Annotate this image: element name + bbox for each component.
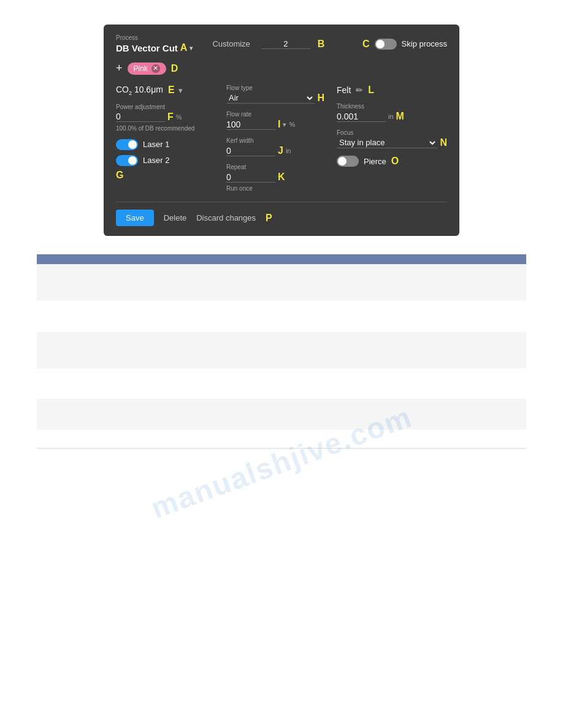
letter-h: H bbox=[317, 93, 324, 104]
kerf-width-row: J in bbox=[226, 145, 324, 156]
laser1-label: Laser 1 bbox=[143, 140, 169, 149]
process-panel: Process DB Vector Cut A ▾ Customize B C … bbox=[104, 25, 459, 236]
repeat-label: Repeat bbox=[226, 164, 324, 170]
flow-rate-unit: % bbox=[289, 121, 295, 128]
thickness-input[interactable] bbox=[337, 112, 386, 122]
skip-process-toggle[interactable] bbox=[375, 39, 397, 50]
letter-e: E bbox=[168, 85, 175, 96]
col-header-1 bbox=[37, 254, 74, 264]
process-label: Process bbox=[116, 34, 193, 41]
table-row bbox=[37, 264, 526, 301]
material-name: Felt bbox=[337, 85, 351, 95]
color-tag-pink: Pink ✕ bbox=[128, 63, 166, 75]
delete-button[interactable]: Delete bbox=[164, 213, 187, 222]
table-cell bbox=[172, 399, 526, 430]
letter-c: C bbox=[362, 39, 370, 50]
power-adjustment-row: F % bbox=[116, 112, 214, 123]
flow-type-select[interactable]: Air bbox=[226, 93, 315, 104]
flow-type-label: Flow type bbox=[226, 85, 324, 91]
table-row bbox=[37, 301, 526, 332]
letter-f: F bbox=[167, 112, 174, 123]
thickness-row: in M bbox=[337, 111, 447, 122]
laser2-toggle[interactable] bbox=[116, 155, 138, 166]
co2-label: CO2 10.6μm bbox=[116, 85, 163, 96]
customize-label: Customize bbox=[212, 39, 250, 48]
save-button[interactable]: Save bbox=[116, 210, 154, 226]
power-adjustment-input[interactable] bbox=[116, 112, 165, 122]
tag-label: Pink bbox=[134, 64, 148, 73]
run-once-label: Run once bbox=[226, 185, 324, 192]
laser1-row: Laser 1 bbox=[116, 139, 214, 150]
panel-header: Process DB Vector Cut A ▾ Customize B C … bbox=[116, 34, 447, 53]
kerf-width-input[interactable] bbox=[226, 146, 275, 156]
table-cell bbox=[74, 368, 172, 399]
power-unit: % bbox=[176, 113, 182, 121]
letter-k: K bbox=[278, 172, 285, 183]
letter-p: P bbox=[266, 213, 272, 224]
add-tag-button[interactable]: + bbox=[116, 62, 123, 75]
laser2-label: Laser 2 bbox=[143, 156, 169, 165]
material-field: Felt ✏ L bbox=[337, 85, 447, 96]
table-cell bbox=[74, 332, 172, 368]
thickness-unit: in bbox=[388, 113, 394, 120]
laser2-knob bbox=[128, 156, 137, 165]
letter-l: L bbox=[368, 85, 374, 96]
focus-row: Stay in place N bbox=[337, 137, 447, 148]
table-cell bbox=[37, 264, 74, 301]
table-cell bbox=[37, 368, 74, 399]
letter-g-area: G bbox=[116, 170, 214, 181]
thickness-field: Thickness in M bbox=[337, 103, 447, 122]
main-fields: CO2 10.6μm E ▾ Power adjustment F % 100.… bbox=[116, 85, 447, 192]
letter-m: M bbox=[396, 111, 404, 122]
table-cell bbox=[37, 301, 74, 332]
watermark-area: manualshjive.com bbox=[37, 467, 526, 516]
table-cell bbox=[172, 332, 526, 368]
tag-close-button[interactable]: ✕ bbox=[151, 64, 160, 73]
power-sub-label: 100.0% of DB recommended bbox=[116, 125, 214, 132]
table-cell bbox=[74, 399, 172, 430]
pierce-row: Pierce O bbox=[337, 156, 447, 167]
focus-label: Focus bbox=[337, 129, 447, 136]
table-cell bbox=[172, 264, 526, 301]
laser1-knob bbox=[128, 140, 137, 149]
letter-d: D bbox=[171, 63, 178, 74]
data-table bbox=[37, 254, 526, 430]
customize-input[interactable] bbox=[261, 39, 310, 49]
process-info: Process DB Vector Cut A ▾ bbox=[116, 34, 193, 53]
table-cell bbox=[172, 301, 526, 332]
laser1-toggle[interactable] bbox=[116, 139, 138, 150]
letter-o: O bbox=[391, 156, 399, 167]
col-header-3 bbox=[172, 254, 526, 264]
pierce-toggle[interactable] bbox=[337, 156, 359, 167]
skip-process-label: Skip process bbox=[402, 39, 447, 48]
section-divider bbox=[37, 448, 526, 449]
laser2-row: Laser 2 bbox=[116, 155, 214, 166]
right-column: Felt ✏ L Thickness in M Focus bbox=[337, 85, 447, 192]
table-cell bbox=[172, 368, 526, 399]
flow-rate-field: Flow rate I ▾ % bbox=[226, 111, 324, 130]
table-cell bbox=[37, 332, 74, 368]
actions-row: Save Delete Discard changes P bbox=[116, 202, 447, 226]
power-adjustment-label: Power adjustment bbox=[116, 104, 214, 110]
laser-rows: Laser 1 Laser 2 bbox=[116, 139, 214, 166]
table-row bbox=[37, 332, 526, 368]
letter-n: N bbox=[440, 137, 447, 148]
material-row: Felt ✏ L bbox=[337, 85, 447, 96]
co2-dropdown-arrow[interactable]: ▾ bbox=[178, 86, 183, 95]
focus-select[interactable]: Stay in place bbox=[337, 137, 437, 148]
co2-field: CO2 10.6μm E ▾ bbox=[116, 85, 214, 96]
table-row bbox=[37, 368, 526, 399]
letter-a: A bbox=[180, 42, 188, 53]
table-cell bbox=[37, 399, 74, 430]
edit-material-icon[interactable]: ✏ bbox=[356, 85, 363, 95]
col-header-2 bbox=[74, 254, 172, 264]
left-column: CO2 10.6μm E ▾ Power adjustment F % 100.… bbox=[116, 85, 214, 192]
repeat-row: K bbox=[226, 172, 324, 183]
flow-rate-input[interactable] bbox=[226, 119, 275, 130]
focus-field: Focus Stay in place N bbox=[337, 129, 447, 148]
repeat-input[interactable] bbox=[226, 172, 275, 183]
discard-changes-button[interactable]: Discard changes bbox=[196, 213, 256, 222]
flow-type-row: Air H bbox=[226, 93, 324, 104]
flow-rate-dropdown-arrow[interactable]: ▾ bbox=[283, 121, 286, 129]
power-adjustment-field: Power adjustment F % bbox=[116, 104, 214, 123]
